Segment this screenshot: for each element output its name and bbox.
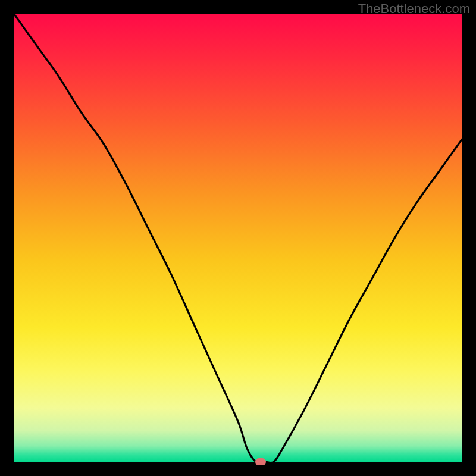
chart-svg <box>14 14 462 462</box>
watermark-text: TheBottleneck.com <box>358 1 470 17</box>
optimal-point-marker <box>255 458 266 465</box>
chart-container: TheBottleneck.com <box>0 0 476 476</box>
plot-area <box>14 14 462 462</box>
